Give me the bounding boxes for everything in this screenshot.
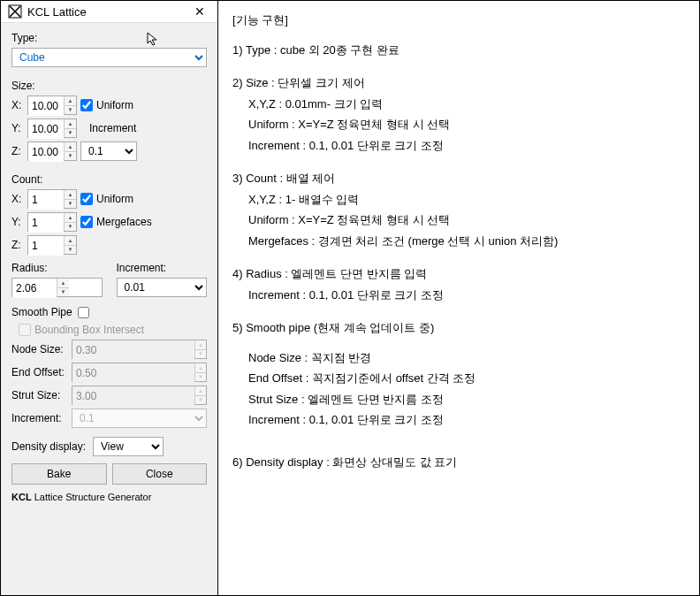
type-label: Type: — [11, 32, 207, 44]
pipe-increment-row: Increment: 0.1 — [11, 409, 207, 428]
spinner-down-icon[interactable]: ▼ — [65, 152, 76, 161]
count-x-label: X: — [11, 193, 24, 205]
count-y-label: Y: — [11, 216, 24, 228]
density-row: Density display: View — [11, 437, 207, 456]
spinner-up-icon[interactable]: ▲ — [65, 190, 76, 200]
end-offset-spinner: ▲▼ — [72, 363, 207, 382]
pipe-increment-label: Increment: — [11, 412, 68, 424]
spinner-down-icon[interactable]: ▼ — [65, 223, 76, 232]
size-x-spinner[interactable]: ▲▼ — [27, 96, 77, 115]
radius-increment-label: Increment: — [117, 262, 208, 274]
bake-button[interactable]: Bake — [11, 463, 107, 485]
doc-s3b: Uniform : X=Y=Z 정육면체 형태 시 선택 — [232, 211, 685, 229]
doc-s5c: Strut Size : 엘레멘트 단면 반지름 조정 — [232, 391, 685, 409]
count-z-label: Z: — [11, 239, 24, 251]
doc-s3c: Mergefaces : 경계면 처리 조건 (merge 선택 시 union… — [232, 233, 685, 250]
size-uniform-label: Uniform — [96, 99, 133, 111]
size-y-row: Y: ▲▼ Increment — [11, 118, 207, 138]
spinner-up-icon: ▲ — [195, 386, 206, 396]
size-y-label: Y: — [11, 122, 24, 134]
count-x-row: X: ▲▼ Uniform — [11, 189, 207, 209]
count-uniform-input[interactable] — [80, 193, 93, 205]
count-label: Count: — [11, 173, 207, 186]
spinner-down-icon: ▼ — [195, 396, 206, 405]
count-z-spinner[interactable]: ▲▼ — [27, 235, 77, 255]
size-uniform-checkbox[interactable]: Uniform — [80, 99, 133, 111]
close-button[interactable]: Close — [112, 463, 208, 485]
doc-s5a: Node Size : 꼭지점 반경 — [232, 349, 685, 367]
doc-s5: 5) Smooth pipe (현재 계속 업데이트 중) — [232, 319, 685, 337]
size-z-row: Z: ▲▼ 0.1 — [11, 141, 207, 161]
end-offset-row: End Offset: ▲▼ — [11, 363, 207, 382]
spinner-down-icon[interactable]: ▼ — [65, 129, 76, 138]
spinner-up-icon[interactable]: ▲ — [65, 213, 76, 223]
footer-bold: KCL — [11, 492, 32, 502]
radius-row: Radius: ▲▼ Increment: 0.01 — [11, 262, 207, 297]
count-mergefaces-checkbox[interactable]: Mergefaces — [80, 216, 152, 228]
app-icon — [8, 4, 22, 19]
spinner-up-icon[interactable]: ▲ — [65, 142, 76, 152]
size-increment-label: Increment — [89, 122, 136, 134]
density-select[interactable]: View — [93, 437, 164, 456]
radius-input[interactable] — [12, 279, 57, 298]
spinner-up-icon: ▲ — [195, 363, 206, 373]
count-x-input[interactable] — [28, 190, 64, 210]
end-offset-input — [72, 363, 194, 383]
spinner-down-icon: ▼ — [195, 373, 206, 382]
window-title: KCL Lattice — [27, 5, 189, 19]
type-select[interactable]: Cube — [11, 48, 207, 67]
count-y-row: Y: ▲▼ Mergefaces — [11, 212, 207, 232]
close-icon[interactable]: ✕ — [189, 4, 210, 19]
strut-size-input — [72, 386, 194, 406]
doc-s4a: Increment : 0.1, 0.01 단위로 크기 조정 — [232, 287, 685, 304]
node-size-spinner: ▲▼ — [72, 340, 207, 359]
documentation-panel: [기능 구현] 1) Type : cube 외 20종 구현 완료 2) Si… — [218, 1, 699, 595]
count-uniform-checkbox[interactable]: Uniform — [80, 193, 133, 205]
doc-s5b: End Offset : 꼭지점기준에서 offset 간격 조정 — [232, 370, 685, 387]
footer-text: KCL Lattice Structure Generator — [11, 492, 207, 502]
size-label: Size: — [11, 80, 207, 92]
spinner-up-icon[interactable]: ▲ — [57, 279, 69, 288]
bbox-intersect-checkbox — [19, 324, 31, 336]
doc-s5d: Increment : 0.1, 0.01 단위로 크기 조정 — [232, 411, 685, 429]
doc-s4: 4) Radius : 엘레멘트 단면 반지름 입력 — [232, 265, 685, 283]
size-z-spinner[interactable]: ▲▼ — [27, 141, 77, 161]
doc-s3: 3) Count : 배열 제어 — [232, 170, 685, 187]
doc-header: [기능 구현] — [232, 11, 685, 29]
spinner-up-icon[interactable]: ▲ — [65, 119, 76, 129]
size-uniform-input[interactable] — [80, 99, 93, 111]
size-x-input[interactable] — [28, 96, 64, 116]
spinner-down-icon[interactable]: ▼ — [65, 106, 76, 115]
bbox-intersect-label: Bounding Box Intersect — [34, 324, 144, 336]
radius-increment-select[interactable]: 0.01 — [117, 278, 208, 297]
end-offset-label: End Offset: — [11, 366, 68, 378]
count-z-input[interactable] — [28, 236, 64, 256]
spinner-up-icon[interactable]: ▲ — [65, 96, 76, 106]
spinner-down-icon[interactable]: ▼ — [57, 288, 69, 297]
size-y-spinner[interactable]: ▲▼ — [27, 118, 77, 138]
spinner-up-icon[interactable]: ▲ — [65, 236, 76, 246]
count-y-input[interactable] — [28, 213, 64, 233]
size-z-input[interactable] — [28, 142, 64, 162]
bbox-intersect-row: Bounding Box Intersect — [19, 324, 207, 336]
size-z-label: Z: — [11, 145, 24, 157]
spinner-down-icon[interactable]: ▼ — [65, 246, 76, 255]
node-size-label: Node Size: — [11, 343, 68, 355]
doc-s1: 1) Type : cube 외 20종 구현 완료 — [232, 42, 685, 59]
radius-spinner[interactable]: ▲▼ — [11, 278, 103, 297]
smooth-pipe-label: Smooth Pipe — [11, 306, 72, 318]
doc-s2c: Increment : 0.1, 0.01 단위로 크기 조정 — [232, 137, 685, 155]
size-increment-select[interactable]: 0.1 — [80, 141, 137, 161]
spinner-down-icon[interactable]: ▼ — [65, 200, 76, 209]
count-y-spinner[interactable]: ▲▼ — [27, 212, 77, 232]
panel-content: Type: Cube Size: X: ▲▼ Uniform Y: ▲▼ Inc… — [1, 23, 217, 595]
node-size-row: Node Size: ▲▼ — [11, 340, 207, 359]
count-x-spinner[interactable]: ▲▼ — [27, 189, 77, 209]
spinner-down-icon: ▼ — [195, 350, 206, 359]
count-mergefaces-input[interactable] — [80, 216, 93, 228]
pipe-increment-select: 0.1 — [72, 409, 207, 428]
smooth-pipe-checkbox[interactable] — [78, 307, 89, 318]
strut-size-label: Strut Size: — [11, 389, 68, 401]
size-y-input[interactable] — [28, 119, 64, 139]
lattice-panel: KCL Lattice ✕ Type: Cube Size: X: ▲▼ Uni… — [1, 1, 218, 595]
